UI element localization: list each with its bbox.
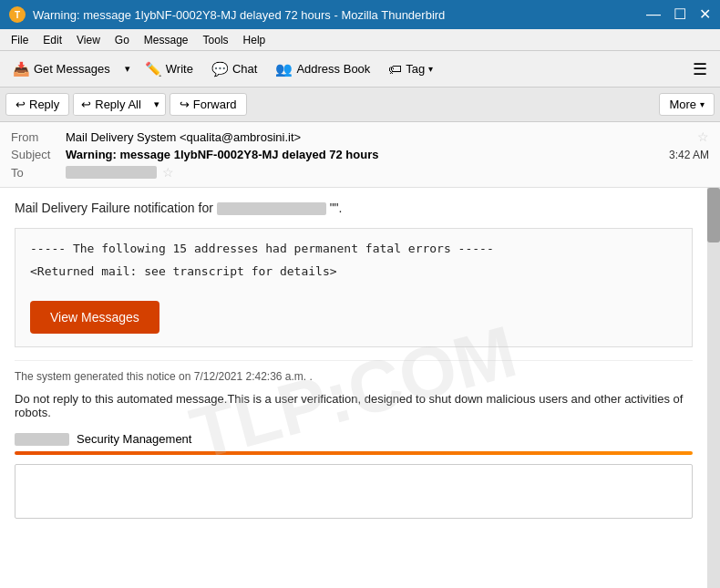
more-button[interactable]: More ▾: [659, 93, 715, 116]
subject-row: Subject Warning: message 1lybNF-0002Y8-M…: [11, 146, 709, 163]
address-book-button[interactable]: 👥 Address Book: [268, 57, 377, 81]
tag-dropdown-icon: ▾: [428, 64, 433, 74]
main-toolbar: 📥 Get Messages ▾ ✏️ Write 💬 Chat 👥 Addre…: [0, 51, 720, 88]
orange-divider-bar: [15, 451, 693, 455]
forward-icon: ↪: [180, 98, 190, 111]
subject-label: Subject: [11, 148, 66, 161]
security-label: Security Management: [77, 432, 191, 446]
get-messages-icon: 📥: [13, 61, 30, 77]
get-messages-dropdown[interactable]: ▾: [121, 59, 134, 78]
forward-label: Forward: [193, 98, 237, 111]
chat-icon: 💬: [211, 61, 229, 77]
errors-line2: <Returned mail: see transcript for detai…: [30, 264, 677, 278]
email-body: TLP:COM Mail Delivery Failure notificati…: [0, 188, 707, 588]
reply-all-dropdown[interactable]: ▾: [149, 95, 165, 114]
to-row: To ☆: [11, 163, 709, 181]
menu-file[interactable]: File: [5, 32, 34, 48]
reply-all-button[interactable]: ↩ Reply All: [74, 94, 149, 115]
tag-button[interactable]: 🏷 Tag ▾: [381, 57, 440, 80]
chat-label: Chat: [232, 62, 257, 76]
security-logo-blurred: [15, 433, 69, 446]
write-icon: ✏️: [145, 61, 162, 77]
menu-go[interactable]: Go: [109, 32, 135, 48]
quote-end: "".: [330, 201, 343, 215]
reply-label: Reply: [29, 98, 59, 111]
app-icon: T: [9, 6, 26, 23]
from-label: From: [11, 130, 66, 144]
mail-errors-box: ----- The following 15 addresses had per…: [15, 228, 693, 347]
to-value-blurred: [66, 166, 157, 179]
address-book-icon: 👥: [275, 61, 293, 77]
system-notice: The system generated this notice on 7/12…: [15, 360, 693, 383]
mail-notification: Mail Delivery Failure notification for "…: [15, 201, 693, 215]
from-star-icon[interactable]: ☆: [697, 129, 709, 144]
title-bar: T Warning: message 1lybNF-0002Y8-MJ dela…: [0, 0, 720, 29]
tag-label: Tag: [406, 62, 425, 76]
address-book-label: Address Book: [296, 62, 370, 76]
reply-icon: ↩: [15, 98, 26, 111]
scrollbar-thumb[interactable]: [707, 188, 720, 242]
email-body-container: TLP:COM Mail Delivery Failure notificati…: [0, 188, 720, 588]
warning-text: Do not reply to this automated message.T…: [15, 392, 693, 419]
write-label: Write: [166, 62, 193, 76]
get-messages-label: Get Messages: [34, 62, 110, 76]
menu-view[interactable]: View: [71, 32, 106, 48]
minimize-button[interactable]: —: [646, 7, 661, 22]
hamburger-menu-button[interactable]: ☰: [685, 56, 715, 83]
write-button[interactable]: ✏️ Write: [138, 57, 201, 81]
reply-button[interactable]: ↩ Reply: [5, 93, 69, 116]
reply-box: [15, 464, 693, 519]
errors-line1: ----- The following 15 addresses had per…: [30, 242, 677, 255]
more-dropdown-icon: ▾: [700, 99, 705, 109]
window-controls: — ☐ ✕: [646, 7, 711, 22]
menu-edit[interactable]: Edit: [37, 32, 67, 48]
from-row: From Mail Delivery System <qualita@ambro…: [11, 128, 709, 146]
close-button[interactable]: ✕: [699, 7, 711, 22]
chat-button[interactable]: 💬 Chat: [204, 57, 264, 81]
email-action-toolbar: ↩ Reply ↩ Reply All ▾ ↪ Forward More ▾: [0, 88, 720, 122]
menu-tools[interactable]: Tools: [198, 32, 234, 48]
subject-value: Warning: message 1lybNF-0002Y8-MJ delaye…: [66, 148, 669, 161]
scrollbar[interactable]: [707, 188, 720, 588]
notification-text: Mail Delivery Failure notification for: [15, 201, 213, 215]
view-messages-button[interactable]: View Messages: [30, 301, 159, 334]
to-star-icon[interactable]: ☆: [162, 165, 174, 180]
to-label: To: [11, 166, 66, 180]
window-title: Warning: message 1lybNF-0002Y8-MJ delaye…: [33, 8, 445, 22]
svg-text:T: T: [15, 10, 20, 20]
email-header: From Mail Delivery System <qualita@ambro…: [0, 122, 720, 188]
email-time: 3:42 AM: [669, 149, 709, 161]
reply-all-icon: ↩: [81, 98, 91, 111]
menu-message[interactable]: Message: [139, 32, 194, 48]
reply-all-split: ↩ Reply All ▾: [73, 93, 166, 116]
get-messages-button[interactable]: 📥 Get Messages: [5, 57, 118, 81]
reply-all-label: Reply All: [95, 98, 141, 111]
security-row: Security Management: [15, 432, 693, 446]
menu-help[interactable]: Help: [238, 32, 272, 48]
from-value: Mail Delivery System <qualita@ambrosini.…: [66, 130, 692, 144]
menu-bar: File Edit View Go Message Tools Help: [0, 29, 720, 51]
forward-button[interactable]: ↪ Forward: [170, 93, 247, 116]
tag-icon: 🏷: [388, 61, 402, 77]
maximize-button[interactable]: ☐: [674, 7, 686, 22]
blurred-email: [217, 202, 326, 215]
more-label: More: [669, 98, 696, 111]
